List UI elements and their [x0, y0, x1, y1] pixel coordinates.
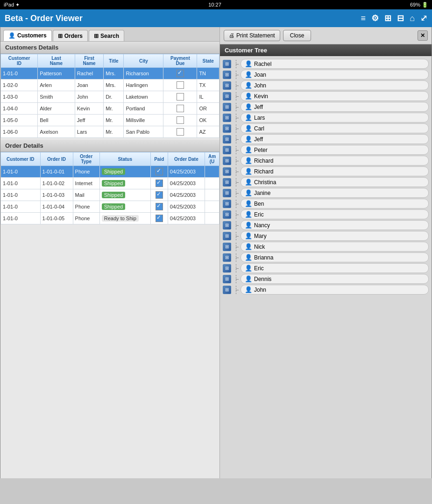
- last-name-cell: Alder: [38, 103, 75, 115]
- tree-item-label[interactable]: 👤 Mary: [241, 231, 429, 241]
- tree-item-label[interactable]: 👤 Joan: [241, 70, 429, 79]
- tree-item-label[interactable]: 👤 Dennis: [241, 274, 429, 284]
- tree-item-label[interactable]: 👤 John: [241, 285, 429, 295]
- paid-checkbox[interactable]: [156, 180, 163, 187]
- tree-item-label[interactable]: 👤 Brianna: [241, 252, 429, 262]
- first-name-cell: Kevin: [75, 103, 103, 115]
- tree-item-label[interactable]: 👤 Jeff: [241, 102, 429, 112]
- tab-customers[interactable]: 👤 Customers: [3, 30, 52, 41]
- status-cell: Ready to Ship: [99, 213, 150, 224]
- tree-item-label[interactable]: 👤 Christina: [241, 177, 429, 187]
- list-item[interactable]: ⊞ 👤 Ben: [223, 199, 429, 209]
- tree-connector: [233, 232, 239, 240]
- list-item[interactable]: ⊞ 👤 Rachel: [223, 59, 429, 69]
- title-cell: Mr.: [104, 103, 124, 115]
- list-item[interactable]: ⊞ 👤 John: [223, 80, 429, 90]
- table-row[interactable]: 1-04-0 Alder Kevin Mr. Portland OR: [1, 103, 220, 115]
- close-button[interactable]: Close: [283, 30, 312, 41]
- col-city: City: [124, 54, 163, 68]
- list-item[interactable]: ⊞ 👤 Janine: [223, 188, 429, 198]
- tree-grid-icon: ⊞: [223, 232, 231, 240]
- tree-item-label[interactable]: 👤 Janine: [241, 188, 429, 198]
- tree-grid-icon: ⊞: [223, 210, 231, 219]
- payment-due-checkbox[interactable]: [177, 70, 184, 77]
- list-item[interactable]: ⊞ 👤 Kevin: [223, 91, 429, 101]
- table-row[interactable]: 1-06-0 Axelson Lars Mr. San Pablo AZ: [1, 126, 220, 138]
- list-item[interactable]: ⊞ 👤 Jeff: [223, 102, 429, 112]
- expand-icon[interactable]: ⤢: [420, 13, 427, 23]
- list-item[interactable]: ⊞ 👤 Dennis: [223, 274, 429, 284]
- tree-list[interactable]: ⊞ 👤 Rachel ⊞ 👤 Joan ⊞ 👤 John ⊞ 👤 Kevin ⊞…: [220, 56, 432, 478]
- person-icon: 👤: [245, 254, 252, 261]
- list-item[interactable]: ⊞ 👤 Joan: [223, 70, 429, 79]
- search-tab-icon: ⊞: [94, 33, 99, 39]
- payment-due-checkbox[interactable]: [177, 105, 184, 112]
- print-statement-button[interactable]: 🖨 Print Statement: [224, 30, 280, 41]
- table-row[interactable]: 1-01-0 Patterson Rachel Mrs. Richarson T…: [1, 68, 220, 79]
- list-item[interactable]: ⊞ 👤 Peter: [223, 145, 429, 155]
- tree-item-label[interactable]: 👤 Richard: [241, 156, 429, 166]
- list-item[interactable]: ⊞ 👤 Eric: [223, 263, 429, 273]
- tree-item-label[interactable]: 👤 Lars: [241, 113, 429, 122]
- table-row[interactable]: 1-01-0 1-01-0-04 Phone Shipped 04/25/200…: [1, 201, 220, 213]
- table-row[interactable]: 1-01-0 1-01-0-02 Internet Shipped 04/25/…: [1, 178, 220, 189]
- payment-due-checkbox[interactable]: [177, 81, 184, 89]
- list-item[interactable]: ⊞ 👤 Nancy: [223, 220, 429, 230]
- person-icon: 👤: [245, 168, 252, 175]
- table-row[interactable]: 1-03-0 Smith John Dr. Laketown IL: [1, 91, 220, 103]
- tree-item-label[interactable]: 👤 Nick: [241, 242, 429, 252]
- x-button[interactable]: ✕: [418, 30, 428, 41]
- menu-icon[interactable]: ≡: [361, 14, 366, 23]
- paid-checkbox[interactable]: [156, 215, 163, 222]
- paid-checkbox[interactable]: [156, 168, 163, 175]
- person-icon: 👤: [245, 136, 252, 143]
- tab-search[interactable]: ⊞ Search: [89, 30, 124, 41]
- list-item[interactable]: ⊞ 👤 Lars: [223, 113, 429, 122]
- list-item[interactable]: ⊞ 👤 Eric: [223, 209, 429, 219]
- tree-item-label[interactable]: 👤 John: [241, 80, 429, 90]
- grid-icon[interactable]: ⊞: [384, 13, 391, 23]
- tree-item-label[interactable]: 👤 Eric: [241, 209, 429, 219]
- tree-item-label[interactable]: 👤 Nancy: [241, 220, 429, 230]
- table-row[interactable]: 1-01-0 1-01-0-05 Phone Ready to Ship 04/…: [1, 213, 220, 224]
- list-item[interactable]: ⊞ 👤 Mary: [223, 231, 429, 241]
- tree-item-label[interactable]: 👤 Ben: [241, 199, 429, 209]
- order-id-cell: 1-01-0-02: [40, 178, 73, 189]
- list-item[interactable]: ⊞ 👤 Brianna: [223, 252, 429, 262]
- paid-checkbox[interactable]: [156, 203, 163, 210]
- table-row[interactable]: 1-02-0 Arlen Joan Mrs. Harlingen TX: [1, 79, 220, 91]
- payment-due-checkbox[interactable]: [177, 93, 184, 101]
- list-item[interactable]: ⊞ 👤 Richard: [223, 156, 429, 166]
- list-item[interactable]: ⊞ 👤 Carl: [223, 123, 429, 133]
- tree-item-label[interactable]: 👤 Peter: [241, 145, 429, 155]
- list-item[interactable]: ⊞ 👤 Richard: [223, 166, 429, 176]
- home-icon[interactable]: ⌂: [410, 14, 415, 23]
- tree-item-label[interactable]: 👤 Carl: [241, 123, 429, 133]
- tree-item-label[interactable]: 👤 Eric: [241, 263, 429, 273]
- table-row[interactable]: 1-01-0 1-01-0-03 Mail Shipped 04/25/2003: [1, 189, 220, 201]
- tree-grid-icon: ⊞: [223, 92, 231, 101]
- payment-due-checkbox[interactable]: [177, 128, 184, 136]
- tree-item-name: Christina: [254, 179, 276, 186]
- list-item[interactable]: ⊞ 👤 Jeff: [223, 134, 429, 144]
- table-row[interactable]: 1-05-0 Bell Jeff Mr. Millsville OK: [1, 115, 220, 126]
- payment-due-checkbox[interactable]: [177, 116, 184, 124]
- settings-icon[interactable]: ⚙: [371, 13, 379, 23]
- app-container: 👤 Customers ⊞ Orders ⊞ Search Customers …: [0, 27, 432, 478]
- table-row[interactable]: 1-01-0 1-01-0-01 Phone Shipped 04/25/200…: [1, 166, 220, 178]
- list-item[interactable]: ⊞ 👤 Nick: [223, 242, 429, 252]
- tree-connector: [233, 114, 239, 122]
- tab-orders[interactable]: ⊞ Orders: [53, 30, 88, 41]
- paid-checkbox[interactable]: [156, 191, 163, 199]
- tree-item-label[interactable]: 👤 Rachel: [241, 59, 429, 69]
- orders-table-wrap[interactable]: Customer ID Order ID OrderType Status Pa…: [0, 152, 220, 224]
- payment-due-cell: [163, 103, 197, 115]
- window-icon[interactable]: ⊟: [397, 13, 404, 23]
- tree-item-label[interactable]: 👤 Richard: [241, 166, 429, 176]
- customers-table-wrap[interactable]: CustomerID LastName FirstName Title City…: [0, 54, 220, 138]
- list-item[interactable]: ⊞ 👤 John: [223, 285, 429, 295]
- tree-item-label[interactable]: 👤 Kevin: [241, 91, 429, 101]
- list-item[interactable]: ⊞ 👤 Christina: [223, 177, 429, 187]
- order-id-cell: 1-01-0-03: [40, 189, 73, 201]
- tree-item-label[interactable]: 👤 Jeff: [241, 134, 429, 144]
